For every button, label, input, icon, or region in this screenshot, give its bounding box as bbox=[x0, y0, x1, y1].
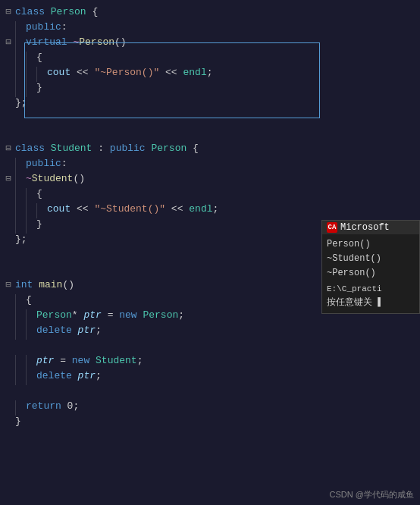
indent-guide bbox=[15, 203, 26, 218]
line-0: ⊟class Person { bbox=[0, 6, 420, 21]
token: Student bbox=[96, 355, 137, 366]
line-21: delete ptr; bbox=[0, 325, 420, 340]
token: * bbox=[72, 309, 84, 321]
token: ptr bbox=[36, 355, 54, 366]
indent-guide bbox=[26, 218, 36, 234]
console-title-text: Microsoft bbox=[340, 222, 390, 233]
code-content-5: } bbox=[36, 82, 417, 93]
token: ; bbox=[178, 309, 184, 321]
token: virtual bbox=[26, 36, 73, 48]
code-content-4: cout << "~Person()" << endl; bbox=[47, 67, 417, 78]
code-content-1: public: bbox=[26, 21, 417, 33]
token: << bbox=[71, 203, 94, 215]
token: Person bbox=[143, 309, 178, 321]
token: "~Student()" bbox=[94, 203, 165, 215]
indent-guide bbox=[15, 82, 26, 97]
collapse-icon-2[interactable]: ⊟ bbox=[3, 36, 14, 48]
line-6: }; bbox=[0, 97, 420, 112]
token: "~Person()" bbox=[94, 67, 159, 78]
token: Person bbox=[51, 6, 86, 17]
console-line: Person() bbox=[327, 237, 415, 252]
token: public bbox=[26, 158, 61, 169]
token: } bbox=[36, 218, 42, 230]
token: = bbox=[102, 309, 119, 321]
line-13: cout << "~Student()" << endl; bbox=[0, 203, 420, 218]
line-2: ⊟virtual ~Person() bbox=[0, 36, 420, 52]
token: ptr bbox=[83, 309, 101, 321]
code-content-27: } bbox=[15, 416, 417, 427]
token: ptr bbox=[78, 370, 96, 381]
token: : bbox=[61, 158, 67, 169]
code-content-6: }; bbox=[15, 97, 417, 108]
token: main bbox=[39, 279, 62, 290]
line-24: delete ptr; bbox=[0, 370, 420, 385]
watermark: CSDN @学代码的咸鱼 bbox=[330, 489, 414, 500]
console-output: Person()~Student()~Person() bbox=[327, 237, 415, 281]
token: class bbox=[15, 143, 51, 154]
console-path: E:\C_practi bbox=[327, 283, 415, 296]
indent-guide bbox=[15, 370, 26, 385]
token: : bbox=[61, 21, 67, 33]
token: ~ bbox=[26, 173, 32, 184]
indent-guide bbox=[15, 400, 26, 416]
token: << bbox=[165, 203, 189, 215]
collapse-icon-0[interactable]: ⊟ bbox=[3, 6, 14, 17]
token: () bbox=[73, 173, 85, 184]
indent-guide bbox=[15, 21, 26, 36]
indent-guide bbox=[36, 67, 47, 82]
line-5: } bbox=[0, 82, 420, 97]
token: { bbox=[36, 52, 42, 63]
code-content-13: cout << "~Student()" << endl; bbox=[47, 203, 417, 215]
token: cout bbox=[47, 67, 71, 78]
token: endl bbox=[183, 67, 206, 78]
indent-guide bbox=[15, 188, 26, 203]
indent-guide bbox=[26, 370, 36, 385]
console-title-bar: CA Microsoft bbox=[322, 221, 419, 234]
code-content-26: return 0; bbox=[26, 400, 417, 412]
indent-guide bbox=[15, 67, 26, 82]
collapse-icon-9[interactable]: ⊟ bbox=[3, 143, 14, 154]
line-8 bbox=[0, 127, 420, 143]
console-popup: CA Microsoft Person()~Student()~Person()… bbox=[321, 220, 420, 314]
console-prompt: 按任意键关 ▌ bbox=[327, 296, 415, 310]
line-3: { bbox=[0, 52, 420, 67]
token: Person bbox=[36, 309, 72, 321]
console-line: ~Person() bbox=[327, 266, 415, 281]
indent-guide bbox=[36, 203, 47, 218]
token: return bbox=[26, 400, 67, 412]
line-12: { bbox=[0, 188, 420, 203]
indent-guide bbox=[26, 203, 36, 218]
indent-guide bbox=[15, 325, 26, 340]
token: public bbox=[110, 143, 152, 154]
collapse-icon-11[interactable]: ⊟ bbox=[3, 173, 14, 184]
indent-guide bbox=[15, 355, 26, 370]
code-content-10: public: bbox=[26, 158, 417, 169]
code-content-12: { bbox=[36, 188, 417, 199]
console-body: Person()~Student()~Person() E:\C_practi … bbox=[322, 234, 419, 313]
line-10: public: bbox=[0, 158, 420, 173]
indent-guide bbox=[15, 294, 26, 309]
token: } bbox=[36, 82, 42, 93]
indent-guide bbox=[15, 309, 26, 325]
collapse-icon-18[interactable]: ⊟ bbox=[3, 279, 14, 290]
line-11: ⊟~Student() bbox=[0, 173, 420, 188]
token: 0; bbox=[67, 400, 80, 412]
token: cout bbox=[47, 203, 71, 215]
indent-guide bbox=[26, 355, 36, 370]
token: () bbox=[114, 36, 127, 48]
token: { bbox=[36, 188, 42, 199]
indent-guide bbox=[26, 325, 36, 340]
token: ; bbox=[213, 203, 219, 215]
indent-guide bbox=[26, 309, 36, 325]
console-icon: CA bbox=[327, 222, 337, 233]
token: }; bbox=[15, 234, 27, 245]
token: } bbox=[15, 416, 21, 427]
token: new bbox=[119, 309, 143, 321]
line-4: cout << "~Person()" << endl; bbox=[0, 67, 420, 82]
token: { bbox=[26, 294, 32, 306]
token: () bbox=[62, 279, 74, 290]
code-content-24: delete ptr; bbox=[36, 370, 417, 381]
line-23: ptr = new Student; bbox=[0, 355, 420, 370]
token: class bbox=[15, 6, 51, 17]
token: ; bbox=[137, 355, 143, 366]
